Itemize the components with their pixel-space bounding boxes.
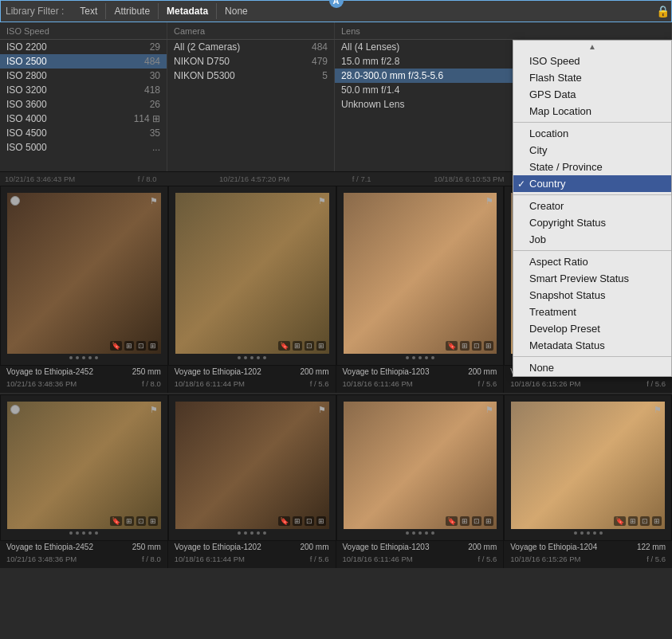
photo-icons-6: 🔖⊞⊡⊞ [278, 516, 326, 526]
photo-cell-1[interactable]: ⚑ 🔖⊞⊡⊞ [0, 186, 168, 366]
photo-cell-2[interactable]: ⚑ 🔖⊞⊡⊞ [168, 186, 336, 366]
camera-column: B All (2 Cameras)484 NIKON D750479 NIKON… [167, 40, 335, 171]
photo-icons-2: 🔖⊞⊡⊞ [278, 341, 326, 351]
dropdown-item-country[interactable]: Country [513, 175, 671, 192]
dropdown-arrow-up: ▲ [513, 41, 671, 53]
dropdown-item-develop-preset[interactable]: Develop Preset [513, 320, 671, 337]
list-item[interactable]: ISO 3200418 [0, 83, 167, 97]
filter-bar: A Library Filter : Text Attribute Metada… [0, 0, 672, 22]
photo-cell-8[interactable]: ⚑ 🔖⊞⊡⊞ [504, 394, 672, 541]
photo-thumb-5: ⚑ 🔖⊞⊡⊞ [7, 402, 161, 529]
photo-dots-1 [69, 354, 98, 362]
photo-meta-6: 10/18/16 6:11:44 PM f / 5.6 [168, 555, 336, 568]
list-item[interactable]: ISO 280030 [0, 69, 167, 83]
dropdown-menu: ▲ ISO Speed Flash State GPS Data Map Loc… [513, 40, 672, 377]
photo-dots-6 [238, 529, 266, 537]
photo-dots-3 [406, 354, 434, 362]
photo-cell-7[interactable]: ⚑ 🔖⊞⊡⊞ [336, 394, 505, 541]
list-item[interactable]: ISO 5000... [0, 140, 167, 155]
grid-aperture-2: f / 7.1 [352, 174, 371, 183]
badge-a: A [329, 0, 344, 8]
photo-thumb-7: ⚑ 🔖⊞⊡⊞ [344, 402, 497, 529]
photo-thumb-2: ⚑ 🔖⊞⊡⊞ [175, 193, 329, 354]
grid-aperture-1: f / 8.0 [138, 174, 157, 183]
photo-title-3: Voyage to Ethiopia-1203 200 mm [336, 366, 505, 379]
list-item[interactable]: All (2 Cameras)484 [167, 40, 334, 54]
photo-dots-2 [238, 354, 266, 362]
filter-content: ISO 220029 ISO 2500484 ISO 280030 ISO 32… [0, 40, 672, 171]
dropdown-item-smart-preview-status[interactable]: Smart Preview Status [513, 270, 671, 287]
dropdown-item-flash-state[interactable]: Flash State [513, 69, 671, 86]
list-item[interactable]: NIKON D53005 [167, 69, 334, 83]
dropdown-item-metadata-status[interactable]: Metadata Status [513, 337, 671, 354]
list-item[interactable]: ISO 450035 [0, 126, 167, 140]
photo-cell-6[interactable]: ⚑ 🔖⊞⊡⊞ [168, 394, 336, 541]
list-item[interactable]: ISO 360026 [0, 97, 167, 112]
flag-icon-7: ⚑ [485, 405, 493, 415]
circle-indicator-1 [10, 196, 20, 206]
col-header-iso[interactable]: ISO Speed [0, 22, 167, 39]
dropdown-item-map-location[interactable]: Map Location [513, 103, 671, 120]
list-item[interactable]: NIKON D750479 [167, 54, 334, 69]
dropdown-separator-3 [513, 250, 671, 251]
list-item[interactable]: ISO 220029 [0, 40, 167, 54]
tab-none[interactable]: None [216, 3, 256, 19]
photo-meta-5: 10/21/16 3:48:36 PM f / 8.0 [0, 555, 168, 568]
photo-dots-7 [406, 529, 434, 537]
photo-icons-1: 🔖⊞⊡⊞ [110, 341, 158, 351]
photo-thumb-1: ⚑ 🔖⊞⊡⊞ [7, 193, 161, 354]
dropdown-item-city[interactable]: City [513, 142, 671, 159]
photo-meta-3: 10/18/16 6:11:46 PM f / 5.6 [336, 379, 505, 393]
photo-icons-3: 🔖⊞⊡⊞ [446, 341, 493, 351]
column-headers: ISO Speed Camera Lens [0, 22, 672, 40]
list-item[interactable]: ISO 4000114 ⊞ [0, 112, 167, 126]
tab-metadata[interactable]: Metadata [158, 3, 216, 19]
flag-icon-3: ⚑ [485, 196, 493, 206]
dropdown-separator-2 [513, 194, 671, 195]
dropdown-separator-4 [513, 356, 671, 357]
photo-title-1: Voyage to Ethiopia-2452 250 mm [0, 366, 168, 379]
grid-timestamp-3: 10/18/16 6:10:53 PM [434, 174, 504, 183]
photo-thumb-6: ⚑ 🔖⊞⊡⊞ [175, 402, 329, 529]
dropdown-item-copyright-status[interactable]: Copyright Status [513, 214, 671, 231]
col-header-camera[interactable]: Camera [167, 22, 335, 39]
photo-icons-5: 🔖⊞⊡⊞ [110, 516, 158, 526]
photo-thumb-8: ⚑ 🔖⊞⊡⊞ [511, 402, 665, 529]
flag-icon-8: ⚑ [654, 405, 662, 415]
photo-icons-7: 🔖⊞⊡⊞ [446, 516, 493, 526]
photo-meta-8: 10/18/16 6:15:26 PM f / 5.6 [504, 555, 672, 568]
tab-text[interactable]: Text [72, 3, 105, 19]
list-item[interactable]: ISO 2500484 [0, 54, 167, 69]
dropdown-item-none[interactable]: None [513, 359, 671, 376]
photo-meta-4: 10/18/16 6:15:26 PM f / 5.6 [504, 379, 672, 393]
flag-icon-6: ⚑ [318, 405, 326, 415]
circle-indicator-5 [10, 405, 20, 414]
iso-column: ISO 220029 ISO 2500484 ISO 280030 ISO 32… [0, 40, 167, 171]
photo-meta-2: 10/18/16 6:11:44 PM f / 5.6 [168, 379, 336, 393]
grid-timestamp-1: 10/21/16 3:46:43 PM [5, 174, 75, 183]
photo-thumb-3: ⚑ 🔖⊞⊡⊞ [344, 193, 497, 354]
grid-timestamp-2: 10/21/16 4:57:20 PM [219, 174, 289, 183]
dropdown-item-job[interactable]: Job [513, 231, 671, 248]
dropdown-item-aspect-ratio[interactable]: Aspect Ratio [513, 253, 671, 270]
filter-label: Library Filter : [6, 6, 64, 17]
photo-cell-3[interactable]: ⚑ 🔖⊞⊡⊞ [336, 186, 505, 366]
photo-title-7: Voyage to Ethiopia-1203 200 mm [336, 541, 505, 555]
dropdown-item-creator[interactable]: Creator [513, 198, 671, 214]
photo-title-6: Voyage to Ethiopia-1202 200 mm [168, 541, 336, 555]
dropdown-item-location[interactable]: Location [513, 125, 671, 142]
photo-cell-5[interactable]: ⚑ 🔖⊞⊡⊞ [0, 394, 168, 541]
dropdown-item-snapshot-status[interactable]: Snapshot Status [513, 287, 671, 304]
photo-dots-5 [69, 529, 98, 537]
dropdown-item-gps-data[interactable]: GPS Data [513, 86, 671, 103]
lock-icon: 🔒 [656, 5, 670, 18]
tab-attribute[interactable]: Attribute [105, 3, 158, 19]
col-header-lens[interactable]: Lens [335, 22, 672, 39]
photo-meta-7: 10/18/16 6:11:46 PM f / 5.6 [336, 555, 505, 568]
dropdown-item-iso-speed[interactable]: ISO Speed [513, 53, 671, 69]
photo-title-2: Voyage to Ethiopia-1202 200 mm [168, 366, 336, 379]
photo-title-5: Voyage to Ethiopia-2452 250 mm [0, 541, 168, 555]
photo-grid-row2: ⚑ 🔖⊞⊡⊞ ⚑ 🔖⊞⊡⊞ ⚑ 🔖⊞⊡⊞ [0, 394, 672, 541]
dropdown-item-state-province[interactable]: State / Province [513, 159, 671, 175]
dropdown-item-treatment[interactable]: Treatment [513, 304, 671, 320]
